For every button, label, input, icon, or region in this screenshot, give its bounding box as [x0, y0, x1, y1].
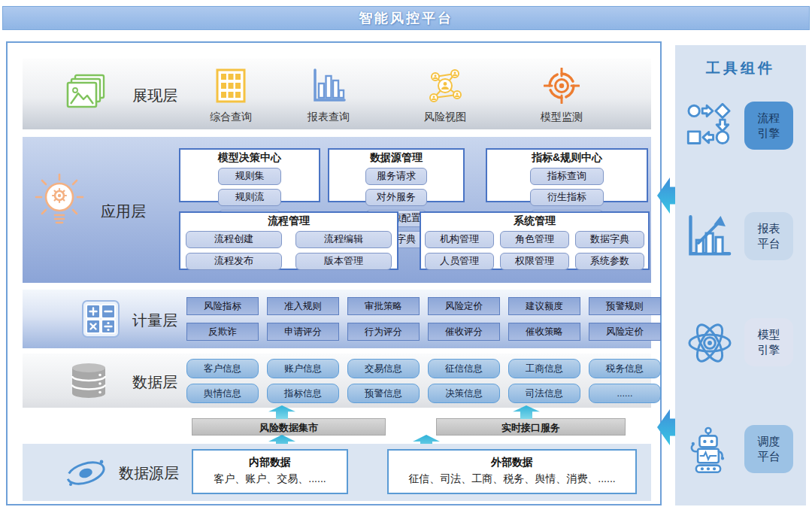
tools-sidebar: 工具组件 流程引擎 [675, 45, 806, 505]
data-item: 征信信息 [428, 359, 500, 378]
calculator-icon [81, 299, 120, 338]
group-process-management: 流程管理 流程创建 流程编辑 流程发布 版本管理 [179, 211, 398, 270]
data-item: 工商信息 [508, 359, 580, 378]
group-model-decision-center: 模型决策中心 规则集 规则流 决策树 评分卡 [179, 148, 320, 202]
internal-data-box: 内部数据 客户、账户、交易、...... [192, 449, 348, 494]
group-title: 指标&规则中心 [487, 150, 647, 165]
app-module: 流程发布 [186, 253, 282, 270]
presentation-item-label: 风险视图 [406, 111, 484, 124]
risk-data-mart-bar: 风险数据集市 [192, 418, 386, 436]
atom-icon [686, 320, 734, 366]
tool-label: 模型引擎 [756, 327, 782, 358]
images-icon [66, 74, 107, 111]
tool-flow-engine: 流程引擎 [744, 102, 793, 150]
app-module: 角色管理 [500, 231, 569, 248]
app-module: 版本管理 [295, 253, 392, 270]
app-module: 系统参数 [575, 253, 644, 270]
presentation-layer-row: 展现层 综合查询 [23, 59, 651, 129]
presentation-item: 报表查询 [289, 68, 368, 124]
tool-item: 调度平台 [675, 425, 806, 478]
data-layer-label: 数据层 [132, 372, 177, 393]
application-layer-row: 应用层 模型决策中心 规则集 规则流 决策树 评分卡 数据源管理 服务请求 对外… [23, 137, 651, 283]
flowchart-icon [686, 103, 734, 148]
main-panel: 展现层 综合查询 [6, 41, 662, 505]
group-system-management: 系统管理 机构管理 角色管理 数据字典 人员管理 权限管理 系统参数 [420, 211, 650, 270]
app-module: 流程编辑 [295, 231, 392, 248]
measure-item: 建议额度 [508, 297, 580, 315]
target-icon [544, 68, 580, 104]
data-layer-row: 数据层 客户信息 账户信息 交易信息 征信信息 工商信息 税务信息 舆情信息 指… [23, 354, 651, 408]
datasource-layer-label: 数据源层 [119, 463, 179, 484]
network-icon [426, 68, 464, 104]
data-item: 舆情信息 [186, 384, 259, 403]
app-module: 数据字典 [575, 231, 644, 248]
group-datasource-management: 数据源管理 服务请求 对外服务 数据源配置 数据字典 [328, 148, 465, 202]
data-item: 账户信息 [267, 359, 339, 378]
up-arrow [513, 405, 540, 419]
measure-item: 申请评分 [267, 323, 339, 341]
application-layer-label: 应用层 [101, 202, 146, 222]
tool-item: 报表平台 [675, 212, 806, 265]
bulb-gear-icon [35, 173, 84, 232]
external-data-box: 外部数据 征信、司法、工商、税务、舆情、消费、...... [387, 449, 637, 494]
app-module: 机构管理 [425, 231, 494, 248]
measure-item: 风险指标 [186, 297, 259, 315]
app-module: 衍生指标 [530, 189, 604, 206]
robot-icon [686, 426, 731, 475]
tool-item: 模型引擎 [675, 318, 806, 371]
measurement-layer-row: 计量层 风险指标 准入规则 审批策略 风险定价 建议额度 预警规则 反欺诈 申请… [23, 290, 651, 348]
app-module: 对外服务 [365, 189, 427, 206]
measure-item: 审批策略 [347, 297, 420, 315]
data-item: 客户信息 [186, 359, 259, 378]
report-chart-icon [686, 214, 732, 259]
grid-icon [215, 68, 247, 104]
internal-data-desc: 客户、账户、交易、...... [193, 472, 347, 486]
group-indicator-rule-center: 指标&规则中心 指标查询 衍生指标 规则查询 规则发布 [486, 148, 648, 202]
internal-data-title: 内部数据 [193, 456, 347, 469]
data-item: ...... [589, 384, 661, 403]
tool-model-engine: 模型引擎 [744, 318, 793, 366]
measure-item: 反欺诈 [186, 323, 259, 341]
tool-report-platform: 报表平台 [744, 212, 793, 260]
tool-label: 报表平台 [756, 221, 782, 252]
app-module: 流程创建 [186, 231, 282, 248]
tools-sidebar-title: 工具组件 [675, 59, 806, 78]
measure-item: 预警规则 [589, 297, 661, 315]
bar-chart-icon [311, 68, 346, 104]
data-item: 交易信息 [347, 359, 420, 378]
galaxy-icon [64, 456, 108, 490]
measure-item: 行为评分 [347, 323, 420, 341]
app-module: 规则流 [218, 189, 281, 206]
tool-label: 流程引擎 [756, 111, 782, 141]
tool-item: 流程引擎 [675, 102, 806, 154]
data-item: 预警信息 [347, 384, 420, 403]
app-module: 规则集 [218, 168, 281, 185]
presentation-item-label: 综合查询 [192, 111, 270, 124]
group-title: 模型决策中心 [180, 150, 319, 165]
risk-platform-diagram: 智能风控平台 展现层 [0, 0, 812, 513]
tool-schedule-platform: 调度平台 [744, 425, 793, 473]
presentation-item-label: 报表查询 [289, 111, 368, 124]
data-item: 司法信息 [508, 384, 580, 403]
presentation-layer-label: 展现层 [132, 86, 177, 106]
measure-item: 准入规则 [267, 297, 339, 315]
presentation-item-label: 模型监测 [523, 111, 601, 124]
app-module: 人员管理 [425, 253, 494, 270]
group-title: 数据源管理 [329, 150, 463, 165]
tool-label: 调度平台 [756, 434, 782, 465]
measure-item: 催收策略 [508, 323, 580, 341]
presentation-item: 综合查询 [192, 68, 270, 124]
measure-item: 催收评分 [428, 323, 500, 341]
app-module: 服务请求 [365, 168, 427, 185]
data-item: 税务信息 [589, 359, 661, 378]
banner-title: 智能风控平台 [2, 6, 810, 30]
database-icon [69, 363, 108, 399]
datasource-layer-row: 数据源层 内部数据 客户、账户、交易、...... 外部数据 征信、司法、工商、… [23, 444, 651, 501]
external-data-desc: 征信、司法、工商、税务、舆情、消费、...... [389, 472, 635, 486]
measurement-layer-label: 计量层 [132, 311, 177, 331]
presentation-item: 风险视图 [406, 68, 484, 124]
group-title: 系统管理 [421, 213, 648, 228]
up-arrow [268, 405, 295, 419]
presentation-item: 模型监测 [523, 68, 601, 124]
data-item: 决策信息 [428, 384, 500, 403]
